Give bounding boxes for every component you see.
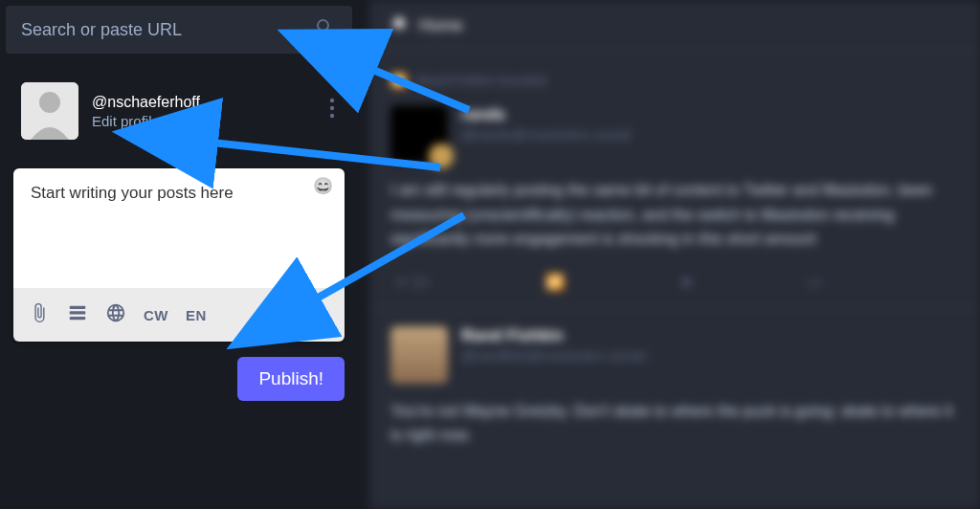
svg-rect-7 bbox=[70, 317, 86, 320]
compose-placeholder: Start writing your posts here bbox=[31, 184, 234, 202]
svg-rect-5 bbox=[70, 306, 86, 309]
char-count: 471 bbox=[296, 303, 329, 326]
post-actions: ↩ 1+ 🔁 ★ ▭ bbox=[396, 273, 959, 291]
language-button[interactable]: EN bbox=[186, 307, 207, 323]
avatar[interactable] bbox=[21, 82, 78, 140]
post-avatar[interactable] bbox=[390, 105, 448, 163]
column-label: Home bbox=[419, 16, 462, 35]
poll-icon[interactable] bbox=[67, 302, 88, 327]
post[interactable]: Rand Fishkin @randfish@mastodon.social Y… bbox=[369, 309, 980, 448]
boost-icon: 🔁 bbox=[390, 73, 407, 88]
compose-textarea[interactable]: Start writing your posts here 😄 bbox=[13, 168, 345, 288]
profile-block: @nschaeferhoff Edit profile bbox=[21, 82, 352, 140]
cw-button[interactable]: CW bbox=[144, 307, 168, 323]
svg-point-1 bbox=[39, 92, 60, 113]
attach-icon[interactable] bbox=[29, 302, 50, 327]
post-body: You're not Wayne Gretzky. Don't skate to… bbox=[390, 399, 959, 448]
post-acct: @randfish@mastodon.social bbox=[461, 347, 645, 364]
svg-rect-6 bbox=[70, 311, 86, 314]
compose-sidebar: @nschaeferhoff Edit profile Start writin… bbox=[0, 0, 358, 509]
profile-handle: @nschaeferhoff bbox=[92, 94, 200, 111]
post[interactable]: rands @rands@mastodon.social I am still … bbox=[369, 88, 980, 291]
boost-line: 🔁 Rand Fishkin boosted bbox=[369, 52, 980, 88]
fav-icon[interactable]: ★ bbox=[679, 273, 693, 291]
post-acct: @rands@mastodon.social bbox=[461, 126, 630, 143]
boost-text: Rand Fishkin boosted bbox=[416, 73, 546, 88]
post-avatar[interactable] bbox=[390, 326, 448, 384]
visibility-icon[interactable] bbox=[105, 302, 126, 327]
post-display-name: Rand Fishkin bbox=[461, 326, 645, 345]
search-input[interactable] bbox=[21, 20, 314, 40]
search-bar[interactable] bbox=[6, 6, 352, 54]
post-display-name: rands bbox=[461, 105, 630, 124]
home-icon bbox=[390, 14, 408, 36]
reply-icon[interactable]: ↩ 1+ bbox=[396, 273, 431, 291]
bookmark-icon[interactable]: ▭ bbox=[808, 273, 822, 291]
timeline-column: Home 🔁 Rand Fishkin boosted rands @rands… bbox=[369, 0, 980, 509]
publish-row: Publish! bbox=[13, 357, 345, 401]
emoji-picker-icon[interactable]: 😄 bbox=[313, 176, 333, 196]
post-body: I am still regularly posting the same bi… bbox=[390, 178, 959, 252]
compose-box: Start writing your posts here 😄 CW EN 47… bbox=[13, 168, 345, 342]
svg-point-4 bbox=[330, 114, 334, 118]
boost-action-icon[interactable]: 🔁 bbox=[546, 273, 565, 291]
column-header: Home bbox=[369, 0, 980, 52]
svg-point-3 bbox=[330, 106, 334, 110]
svg-point-2 bbox=[330, 99, 334, 102]
edit-profile-link[interactable]: Edit profile bbox=[92, 113, 200, 129]
profile-info: @nschaeferhoff Edit profile bbox=[92, 94, 200, 129]
compose-toolbar: CW EN 471 bbox=[13, 288, 345, 342]
publish-button[interactable]: Publish! bbox=[237, 357, 345, 401]
kebab-icon[interactable] bbox=[323, 96, 341, 124]
search-icon[interactable] bbox=[314, 16, 337, 43]
